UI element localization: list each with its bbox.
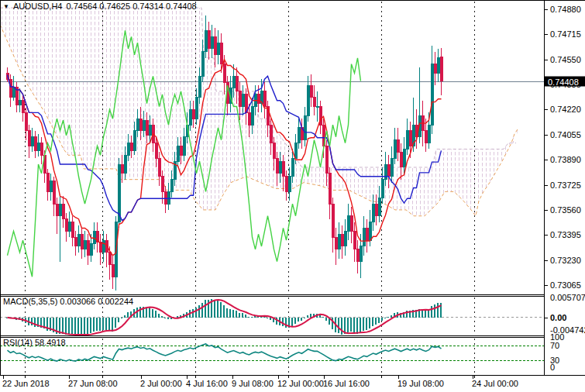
macd-bar bbox=[74, 318, 76, 335]
macd-bar bbox=[34, 318, 36, 327]
candle-body bbox=[19, 101, 21, 105]
macd-bar bbox=[236, 311, 237, 318]
macd-bar bbox=[195, 308, 197, 317]
chart-window: 0.748800.747150.745500.743850.742200.740… bbox=[0, 0, 585, 392]
macd-bar bbox=[232, 310, 234, 318]
candle-body bbox=[403, 149, 405, 167]
time-axis-label: 9 Jul 08:00 bbox=[232, 379, 274, 388]
macd-bar bbox=[239, 313, 240, 318]
candle-body bbox=[298, 128, 300, 143]
macd-bar bbox=[245, 315, 246, 317]
macd-axis-max: 0.005707 bbox=[550, 293, 585, 302]
macd-bar bbox=[112, 318, 113, 332]
candle-body bbox=[133, 131, 136, 150]
candle-body bbox=[378, 198, 380, 216]
candle-body bbox=[12, 87, 15, 98]
current-price-label: 0.74408 bbox=[548, 77, 579, 87]
macd-bar bbox=[425, 311, 426, 318]
candle-body bbox=[121, 164, 123, 174]
candle-body bbox=[59, 204, 61, 216]
candle-body bbox=[329, 174, 331, 204]
macd-bar bbox=[378, 318, 380, 323]
macd-bar bbox=[62, 318, 64, 335]
macd-bar bbox=[223, 305, 225, 318]
candle-body bbox=[288, 177, 291, 192]
macd-bar bbox=[226, 308, 228, 318]
macd-bar bbox=[68, 318, 70, 335]
candle-body bbox=[372, 204, 374, 222]
macd-bar bbox=[366, 318, 367, 331]
macd-bar bbox=[338, 318, 339, 334]
candle-body bbox=[201, 52, 204, 76]
candle-body bbox=[344, 231, 346, 246]
macd-bar bbox=[310, 314, 311, 318]
candle-body bbox=[146, 120, 148, 136]
macd-bar bbox=[217, 301, 219, 318]
candle-body bbox=[291, 158, 294, 177]
macd-bar bbox=[124, 315, 126, 318]
candle-body bbox=[428, 125, 430, 143]
candle-body bbox=[391, 158, 393, 177]
candle-body bbox=[263, 91, 266, 107]
candle-body bbox=[208, 30, 210, 49]
candle-body bbox=[183, 137, 185, 156]
macd-bar bbox=[428, 310, 429, 317]
candle-body bbox=[434, 64, 436, 74]
macd-bar bbox=[59, 318, 60, 334]
chart-canvas[interactable]: 0.748800.747150.745500.743850.742200.740… bbox=[0, 0, 585, 392]
candle-body bbox=[214, 36, 216, 55]
candle-body bbox=[270, 125, 272, 143]
candle-body bbox=[34, 137, 36, 151]
macd-bar bbox=[65, 318, 67, 335]
candle-body bbox=[56, 204, 58, 216]
macd-bar bbox=[291, 318, 293, 326]
time-axis-label: 2 Jul 00:00 bbox=[140, 379, 182, 388]
candle-body bbox=[251, 107, 253, 126]
candle-body bbox=[335, 237, 337, 249]
candle-body bbox=[353, 231, 356, 249]
candle-body bbox=[198, 76, 201, 97]
main-price-panel bbox=[0, 2, 544, 293]
macd-bar bbox=[341, 318, 342, 335]
macd-bar bbox=[192, 309, 194, 317]
macd-bar bbox=[84, 318, 85, 335]
candle-body bbox=[369, 222, 371, 241]
candle-body bbox=[397, 140, 399, 153]
candle-body bbox=[366, 228, 368, 240]
macd-bar bbox=[87, 318, 88, 335]
candle-body bbox=[68, 222, 71, 232]
macd-bar bbox=[155, 311, 157, 318]
candle-body bbox=[347, 216, 349, 232]
candle-body bbox=[236, 76, 238, 91]
candle-body bbox=[205, 30, 207, 51]
price-axis-label: 0.73230 bbox=[550, 256, 581, 265]
candle-body bbox=[220, 43, 222, 64]
rsi-line bbox=[8, 344, 442, 361]
candle-body bbox=[158, 158, 160, 177]
macd-bar bbox=[350, 318, 352, 332]
macd-bar bbox=[205, 300, 206, 318]
macd-bar bbox=[347, 318, 349, 332]
macd-bar bbox=[267, 318, 268, 318]
macd-bar bbox=[307, 315, 308, 318]
macd-bar bbox=[391, 315, 392, 318]
macd-bar bbox=[322, 317, 324, 318]
candle-body bbox=[112, 265, 114, 277]
candle-body bbox=[84, 240, 86, 249]
candle-body bbox=[279, 161, 281, 174]
macd-bar bbox=[282, 318, 284, 326]
candle-body bbox=[65, 219, 67, 232]
macd-bar bbox=[248, 317, 249, 318]
candle-body bbox=[356, 249, 359, 262]
macd-indicator-label: MACD(5,35,5) 0.003066 0.002244 bbox=[3, 297, 133, 306]
macd-bar bbox=[285, 318, 287, 328]
candle-body bbox=[127, 143, 129, 156]
candle-body bbox=[93, 231, 95, 243]
macd-bar bbox=[353, 318, 355, 333]
candle-body bbox=[37, 143, 40, 151]
macd-bar bbox=[99, 318, 101, 332]
rsi-axis-label: 70 bbox=[550, 341, 559, 350]
symbol-dropdown-arrow-icon[interactable]: ▼ bbox=[3, 2, 9, 11]
macd-bar bbox=[251, 317, 253, 318]
candle-body bbox=[310, 85, 312, 98]
